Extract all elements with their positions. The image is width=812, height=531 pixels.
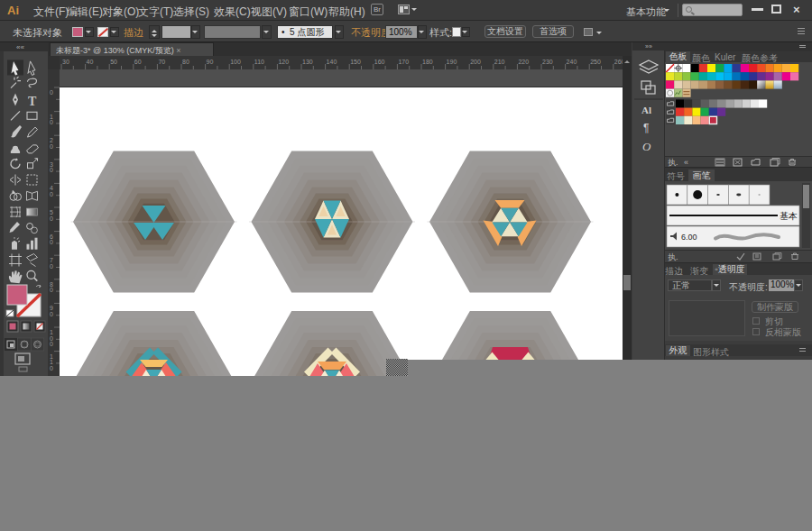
svg-text:0: 0 <box>50 287 53 293</box>
svg-text:0: 0 <box>50 311 53 317</box>
svg-text:180: 180 <box>422 59 433 65</box>
svg-text:50: 50 <box>110 59 117 65</box>
svg-text:80: 80 <box>182 59 189 65</box>
svg-text:执.: 执. <box>668 158 678 167</box>
svg-text:0: 0 <box>50 263 53 270</box>
svg-text:100: 100 <box>230 59 241 65</box>
svg-text:«: « <box>684 158 688 167</box>
svg-text:0: 0 <box>50 143 53 150</box>
svg-text:0: 0 <box>50 215 53 222</box>
svg-text:160: 160 <box>374 59 385 65</box>
svg-text:220: 220 <box>518 59 529 65</box>
svg-text:¶: ¶ <box>643 122 649 134</box>
svg-text:170: 170 <box>398 59 409 65</box>
svg-text:190: 190 <box>447 59 457 65</box>
svg-text:0: 0 <box>50 341 53 347</box>
svg-text:60: 60 <box>134 59 142 65</box>
svg-text:140: 140 <box>327 59 337 65</box>
svg-text:0: 0 <box>50 365 53 371</box>
svg-text:240: 240 <box>567 59 577 65</box>
svg-text:««: «« <box>16 43 24 51</box>
svg-text:110: 110 <box>254 59 264 65</box>
svg-text:O: O <box>642 140 651 153</box>
svg-text:210: 210 <box>494 59 505 65</box>
svg-text:Al: Al <box>641 105 651 115</box>
svg-text:200: 200 <box>470 59 481 65</box>
svg-text:0: 0 <box>50 191 53 197</box>
svg-text:70: 70 <box>158 59 165 65</box>
svg-text:T: T <box>28 95 37 108</box>
svg-text:30: 30 <box>62 59 69 65</box>
svg-text:0: 0 <box>50 89 53 96</box>
svg-text:6.00: 6.00 <box>681 233 697 242</box>
svg-text:130: 130 <box>302 59 313 65</box>
svg-text:120: 120 <box>278 59 289 65</box>
svg-text:250: 250 <box>590 59 601 65</box>
svg-text:90: 90 <box>207 59 214 65</box>
svg-text:40: 40 <box>87 59 94 65</box>
svg-text:230: 230 <box>542 59 553 65</box>
svg-text:基本: 基本 <box>780 211 798 221</box>
svg-text:0: 0 <box>50 119 53 125</box>
svg-text:0: 0 <box>50 167 53 173</box>
svg-text:0: 0 <box>50 239 53 245</box>
svg-text:150: 150 <box>350 59 361 65</box>
